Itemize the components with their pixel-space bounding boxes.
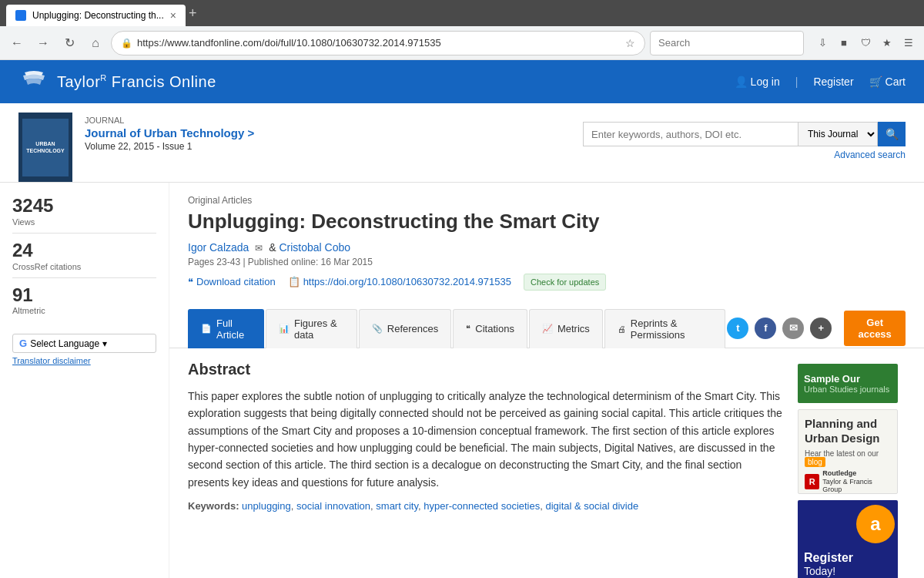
check-updates-badge[interactable]: Check for updates — [524, 274, 606, 291]
select-language-label: Select Language — [30, 338, 99, 349]
doi-link[interactable]: 📋 https://doi.org/10.1080/10630732.2014.… — [288, 276, 511, 287]
advanced-search-link[interactable]: Advanced search — [583, 146, 906, 163]
tabs-bar: 📄 Full Article 📊 Figures & data 📎 Refere… — [169, 309, 924, 348]
keyword-digital-divide[interactable]: digital & social divide — [545, 500, 638, 512]
author2-link[interactable]: Cristobal Cobo — [279, 241, 350, 254]
abstract-text: This paper explores the subtle notion of… — [188, 388, 782, 491]
bookmark-icon[interactable]: ☆ — [625, 37, 635, 49]
ad-planning-banner[interactable]: Planning and Urban Design Hear the lates… — [798, 409, 898, 494]
forward-button[interactable]: → — [32, 32, 54, 54]
journal-cover: URBAN TECHNOLOGY — [18, 113, 72, 182]
refresh-button[interactable]: ↻ — [59, 32, 80, 54]
nav-divider: | — [795, 76, 798, 88]
new-tab-button[interactable]: + — [189, 5, 197, 22]
journal-header: URBAN TECHNOLOGY Journal Journal of Urba… — [0, 103, 924, 183]
journal-title-link[interactable]: Journal of Urban Technology > — [85, 126, 254, 139]
tab-reprints[interactable]: 🖨 Reprints & Permissions — [604, 309, 726, 348]
keyword-smart-city[interactable]: smart city — [376, 500, 418, 512]
routledge-r-icon: R — [805, 474, 819, 489]
register-link[interactable]: Register — [813, 76, 853, 88]
active-tab[interactable]: Unplugging: Deconstructing th... × — [6, 5, 186, 26]
ad-blog-btn: blog — [805, 457, 825, 467]
twitter-share-button[interactable]: t — [727, 318, 748, 339]
views-label: Views — [12, 217, 156, 227]
google-translate-button[interactable]: G Select Language ▾ — [12, 334, 156, 353]
article-title: Unplugging: Deconstructing the Smart Cit… — [188, 209, 906, 235]
logo-icon — [18, 69, 49, 94]
ad-publisher-sub: Taylor & Francis Group — [822, 478, 891, 494]
journal-label: Journal — [85, 116, 571, 125]
download-citation-link[interactable]: ❝ Download citation — [188, 276, 276, 287]
url-text: https://www.tandfonline.com/doi/full/10.… — [137, 37, 621, 49]
logo-area[interactable]: TaylorR Francis Online — [18, 69, 216, 94]
keyword-unplugging[interactable]: unplugging — [242, 500, 291, 512]
section-label: Original Articles — [188, 195, 906, 206]
back-button[interactable]: ← — [6, 32, 28, 54]
article-section: Original Articles Unplugging: Deconstruc… — [169, 183, 924, 303]
tab-close-icon[interactable]: × — [170, 9, 176, 22]
ad-register-label: Register — [804, 551, 853, 565]
shield-icon[interactable]: 🛡 — [856, 34, 875, 52]
ad-sample-banner[interactable]: Sample Our Urban Studies journals — [798, 364, 898, 403]
journal-volume: Volume 22, 2015 - Issue 1 — [85, 141, 571, 152]
keywords-line: Keywords: unplugging, social innovation,… — [188, 500, 782, 512]
site-header: TaylorR Francis Online 👤 Log in | Regist… — [0, 60, 924, 103]
translator-disclaimer-link[interactable]: Translator disclaimer — [12, 356, 156, 365]
journal-search-input[interactable] — [583, 122, 798, 146]
facebook-share-button[interactable]: f — [755, 318, 776, 339]
browser-search-input[interactable] — [650, 31, 804, 55]
journal-info: Journal Journal of Urban Technology > Vo… — [85, 113, 571, 152]
author1-link[interactable]: Igor Calzada — [188, 241, 252, 254]
tab-full-article[interactable]: 📄 Full Article — [188, 309, 264, 348]
altmetric-stat: 91 Altmetric — [12, 284, 156, 316]
author-separator: & — [269, 241, 276, 254]
keywords-label: Keywords: — [188, 500, 239, 512]
views-count: 3245 — [12, 195, 156, 217]
google-g-icon: G — [19, 338, 27, 349]
email-share-button[interactable]: ✉ — [782, 318, 804, 339]
chevron-down-icon: ▾ — [102, 338, 107, 349]
journal-search-button[interactable]: 🔍 — [878, 122, 906, 146]
article-meta: Pages 23-43 | Published online: 16 Mar 2… — [188, 257, 906, 267]
home-button[interactable]: ⌂ — [85, 32, 106, 54]
citations-icon: ❝ — [466, 324, 470, 334]
star-icon[interactable]: ★ — [878, 34, 896, 52]
browser-nav-bar: ← → ↻ ⌂ 🔒 https://www.tandfonline.com/do… — [0, 26, 924, 60]
tab-metrics[interactable]: 📈 Metrics — [529, 309, 603, 348]
views-stat: 3245 Views — [12, 195, 156, 227]
tab-figures-data[interactable]: 📊 Figures & data — [266, 309, 357, 348]
metrics-icon: 📈 — [542, 324, 553, 334]
menu-icon[interactable]: ☰ — [899, 34, 918, 52]
download-icon[interactable]: ⇩ — [813, 34, 832, 52]
cart-link[interactable]: 🛒 Cart — [869, 76, 906, 88]
tab-references[interactable]: 📎 References — [359, 309, 451, 348]
tabs-right: t f ✉ + Get access — [727, 311, 906, 346]
journal-search-scope[interactable]: This Journal — [798, 122, 878, 146]
article-body: Abstract This paper explores the subtle … — [169, 348, 924, 578]
ad-register-banner[interactable]: a Register Today! — [798, 500, 898, 578]
keyword-social-innovation[interactable]: social innovation — [296, 500, 370, 512]
more-share-button[interactable]: + — [810, 318, 832, 339]
address-bar[interactable]: 🔒 https://www.tandfonline.com/doi/full/1… — [111, 31, 645, 55]
article-actions: ❝ Download citation 📋 https://doi.org/10… — [188, 274, 906, 291]
ad-planning-line2: Urban Design — [805, 432, 880, 445]
get-access-button[interactable]: Get access — [844, 311, 906, 346]
keyword-hyper-connected[interactable]: hyper-connected societies — [424, 500, 540, 512]
pages: Pages 23-43 — [188, 257, 240, 267]
tab-title: Unplugging: Deconstructing th... — [32, 10, 164, 21]
ad-sample-sub: Urban Studies journals — [804, 385, 892, 394]
ad-today-label: Today! — [804, 565, 853, 577]
address-actions: ☆ — [625, 37, 635, 49]
user-icon: 👤 — [735, 76, 748, 88]
stat-divider-2 — [12, 277, 156, 278]
social-buttons: t f ✉ + — [727, 318, 838, 339]
tab-favicon — [15, 10, 26, 21]
login-link[interactable]: 👤 Log in — [735, 76, 780, 88]
tab-citations[interactable]: ❝ Citations — [453, 309, 527, 348]
left-sidebar: 3245 Views 24 CrossRef citations 91 Altm… — [0, 183, 169, 578]
main-layout: 3245 Views 24 CrossRef citations 91 Altm… — [0, 183, 924, 578]
published-date: Published online: 16 Mar 2015 — [248, 257, 373, 267]
extensions-icon[interactable]: ■ — [835, 34, 853, 52]
email-icon[interactable]: ✉ — [255, 243, 263, 254]
figures-icon: 📊 — [279, 324, 290, 334]
